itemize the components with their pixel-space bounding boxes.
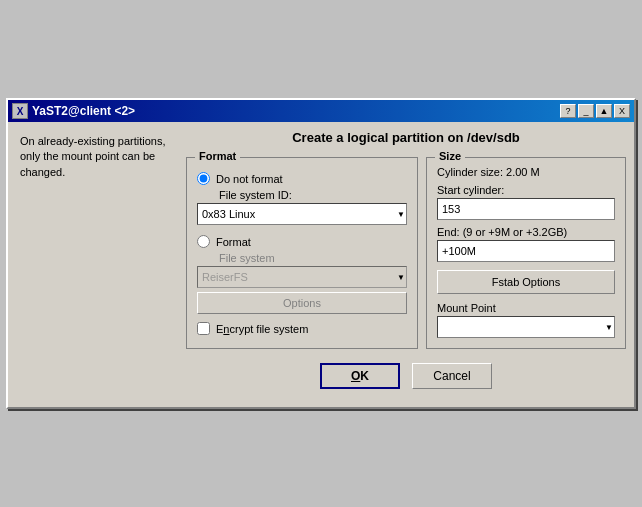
format-row: Format [197, 235, 407, 248]
fs-select-wrapper: ReiserFS [197, 266, 407, 288]
mount-point-select[interactable] [437, 316, 615, 338]
format-label: Format [216, 236, 251, 248]
end-input[interactable] [437, 240, 615, 262]
do-not-format-radio[interactable] [197, 172, 210, 185]
fs-id-select[interactable]: 0x83 Linux [197, 203, 407, 225]
restore-button[interactable]: ▲ [596, 104, 612, 118]
do-not-format-row: Do not format [197, 172, 407, 185]
encrypt-checkbox[interactable] [197, 322, 210, 335]
titlebar-title: YaST2@client <2> [32, 104, 135, 118]
format-radio[interactable] [197, 235, 210, 248]
ok-button[interactable]: OK [320, 363, 400, 389]
format-group-title: Format [195, 150, 240, 162]
encrypt-label: Encrypt file system [216, 323, 308, 335]
help-button[interactable]: ? [560, 104, 576, 118]
window-icon: X [12, 103, 28, 119]
dialog-title: Create a logical partition on /dev/sdb [186, 130, 626, 145]
panels-row: Format Do not format File system ID: 0x8… [186, 157, 626, 349]
mount-point-select-wrapper [437, 316, 615, 338]
main-window: X YaST2@client <2> ? _ ▲ X On already-ex… [6, 98, 636, 409]
titlebar: X YaST2@client <2> ? _ ▲ X [8, 100, 634, 122]
fs-id-label: File system ID: [219, 189, 407, 201]
content: On already-existing partitions, only the… [8, 122, 634, 407]
start-cylinder-label: Start cylinder: [437, 184, 615, 196]
fs-id-select-wrapper: 0x83 Linux [197, 203, 407, 225]
do-not-format-label: Do not format [216, 173, 283, 185]
cancel-button[interactable]: Cancel [412, 363, 492, 389]
mount-point-label: Mount Point [437, 302, 615, 314]
file-system-label: File system [219, 252, 407, 264]
fs-select[interactable]: ReiserFS [197, 266, 407, 288]
info-text: On already-existing partitions, only the… [20, 135, 166, 178]
format-group: Format Do not format File system ID: 0x8… [186, 157, 418, 349]
start-cylinder-input[interactable] [437, 198, 615, 220]
bottom-buttons: OK Cancel [186, 357, 626, 399]
encrypt-row: Encrypt file system [197, 322, 407, 335]
right-panel: Create a logical partition on /dev/sdb F… [186, 130, 626, 399]
minimize-button[interactable]: _ [578, 104, 594, 118]
size-group-title: Size [435, 150, 465, 162]
options-button[interactable]: Options [197, 292, 407, 314]
size-group: Size Cylinder size: 2.00 M Start cylinde… [426, 157, 626, 349]
end-label: End: (9 or +9M or +3.2GB) [437, 226, 615, 238]
titlebar-left: X YaST2@client <2> [12, 103, 135, 119]
left-panel: On already-existing partitions, only the… [16, 130, 176, 399]
fstab-options-button[interactable]: Fstab Options [437, 270, 615, 294]
close-button[interactable]: X [614, 104, 630, 118]
cylinder-size-text: Cylinder size: 2.00 M [437, 166, 615, 178]
titlebar-controls: ? _ ▲ X [560, 104, 630, 118]
window-icon-text: X [17, 106, 24, 117]
